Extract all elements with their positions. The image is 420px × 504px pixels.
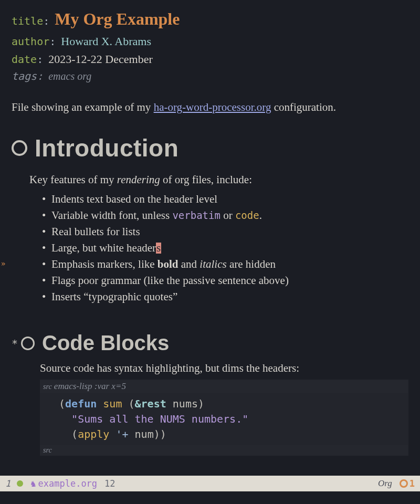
modeline-buffer-name[interactable]: example.org [38,478,98,489]
modeline-project-icon: ♞ [30,478,36,489]
introduction-body: Key features of my rendering of org file… [29,172,408,305]
source-code-block[interactable]: (defun sum (&rest nums) "Sums all the NU… [40,393,408,445]
meta-key-tags: tags: [12,68,43,85]
meta-tags-line: tags: emacs org [12,68,408,85]
meta-author-line: author: Howard X. Abrams [12,33,408,50]
warning-icon [400,479,408,488]
document-tags: emacs org [48,68,91,85]
heading-code-blocks[interactable]: * Code Blocks [12,331,408,355]
list-item: Inserts “typographic quotes” [42,289,408,305]
document-date: 2023-12-22 December [48,50,153,68]
list-item: Large, but white headers [42,240,408,256]
intro-paragraph: File showing an example of my ha-org-wor… [12,99,408,115]
list-item: Real bullets for lists [42,224,408,240]
text-cursor: s [156,243,161,254]
heading-introduction-text: Introduction [35,134,178,162]
list-item: Indents text based on the header level [42,191,408,207]
list-item: Flags poor grammar (like the passive sen… [42,272,408,289]
heading-bullet-icon [12,140,27,156]
meta-key-author: author [12,35,49,48]
meta-key-title: title [12,15,43,27]
code-text: code [235,209,259,221]
buffer-area[interactable]: title: My Org Example author: Howard X. … [0,0,420,456]
src-block-header: src emacs-lisp :var x=5 [40,380,408,393]
list-item: » Emphasis markers, like bold and italic… [42,256,408,272]
heading-bullet-icon [21,337,35,350]
modeline-modified-icon [17,480,23,487]
heading-introduction[interactable]: Introduction [12,134,408,162]
src-block-footer: src [40,445,408,456]
flycheck-fringe-icon: » [1,258,5,269]
modeline-flycheck-warning[interactable]: 1 [400,478,415,489]
meta-title-line: title: My Org Example [12,6,408,33]
verbatim-text: verbatim [172,209,220,221]
modeline[interactable]: 1 ♞ example.org 12 Org 1 [0,476,420,491]
code-intro-paragraph: Source code has syntax highlighting, but… [40,360,408,376]
document-author: Howard X. Abrams [61,33,151,50]
features-list: Indents text based on the header level V… [42,191,408,306]
document-title: My Org Example [55,6,180,33]
modeline-line-number: 12 [104,478,115,489]
config-link[interactable]: ha-org-word-processor.org [154,101,271,113]
modeline-major-mode[interactable]: Org [378,478,392,489]
meta-date-line: date: 2023-12-22 December [12,50,408,68]
modeline-window-number: 1 [5,478,10,489]
org-star-icon: * [12,337,18,350]
meta-key-date: date [12,53,37,66]
echo-area [0,491,420,504]
features-intro: Key features of my rendering of org file… [29,172,408,187]
list-item: Variable width font, unless verbatim or … [42,207,408,224]
heading-code-blocks-text: Code Blocks [42,331,169,355]
